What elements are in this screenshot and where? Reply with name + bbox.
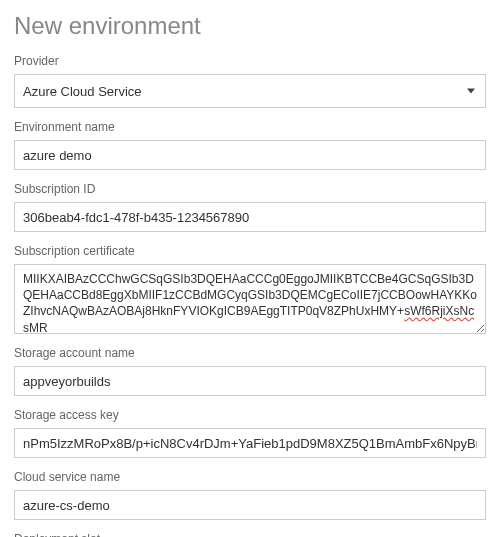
subscription-certificate-textarea[interactable]: MIIKXAIBAzCCChwGCSqGSIb3DQEHAaCCCg0EggoJ… xyxy=(14,264,486,334)
environment-name-input[interactable] xyxy=(14,140,486,170)
subscription-id-input[interactable] xyxy=(14,202,486,232)
environment-name-label: Environment name xyxy=(14,120,486,134)
provider-select[interactable]: Azure Cloud Service xyxy=(14,74,486,108)
provider-select-value: Azure Cloud Service xyxy=(23,84,142,99)
storage-account-name-input[interactable] xyxy=(14,366,486,396)
chevron-down-icon xyxy=(467,89,475,94)
storage-account-name-label: Storage account name xyxy=(14,346,486,360)
storage-access-key-input[interactable] xyxy=(14,428,486,458)
subscription-id-label: Subscription ID xyxy=(14,182,486,196)
provider-label: Provider xyxy=(14,54,486,68)
deployment-slot-label: Deployment slot xyxy=(14,532,486,537)
cloud-service-name-label: Cloud service name xyxy=(14,470,486,484)
page-title: New environment xyxy=(14,12,486,40)
subscription-certificate-label: Subscription certificate xyxy=(14,244,486,258)
cloud-service-name-input[interactable] xyxy=(14,490,486,520)
storage-access-key-label: Storage access key xyxy=(14,408,486,422)
